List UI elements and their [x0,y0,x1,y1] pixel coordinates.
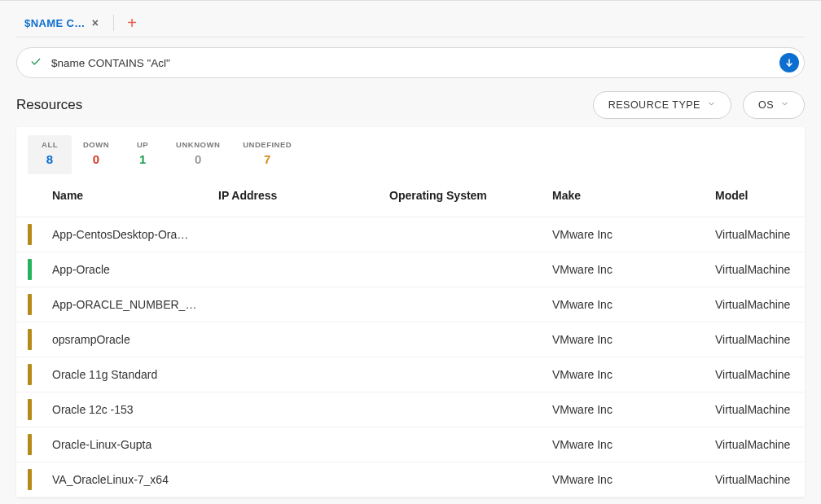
cell-make: VMware Inc [542,392,705,427]
cell-os [380,217,542,252]
cell-make: VMware Inc [542,217,705,252]
tabs-underline [16,37,805,37]
cell-make: VMware Inc [542,252,705,287]
resource-type-filter[interactable]: RESOURCE TYPE [593,91,731,119]
status-cell [16,462,52,497]
search-bar[interactable]: $name CONTAINS "Acl" [16,47,805,78]
status-cell [16,357,52,392]
close-icon[interactable]: × [92,17,99,28]
cell-ip [209,427,380,462]
status-tab-label: DOWN [83,140,109,149]
filter-pills: RESOURCE TYPE OS [593,91,805,119]
tab-divider [113,15,114,31]
status-tab-label: UP [132,140,153,149]
status-tab-count: 8 [39,152,60,166]
query-tab[interactable]: $NAME C… × [16,12,107,34]
table-row[interactable]: App-CentosDesktop-Ora…VMware IncVirtualM… [16,217,805,252]
cell-name: App-CentosDesktop-Ora… [52,217,209,252]
cell-name: opsrampOracle [52,322,209,357]
status-tab-count: 0 [176,152,220,166]
os-filter[interactable]: OS [743,91,805,119]
status-cell [16,392,52,427]
status-tab-label: UNKNOWN [176,140,220,149]
status-indicator-icon [28,224,32,245]
cell-model: VirtualMachine [705,252,805,287]
status-tab-all[interactable]: ALL8 [28,135,72,174]
cell-os [380,392,542,427]
cell-model: VirtualMachine [705,462,805,497]
cell-os [380,287,542,322]
cell-make: VMware Inc [542,357,705,392]
cell-name: VA_OracleLinux-7_x64 [52,462,209,497]
table-row[interactable]: App-OracleVMware IncVirtualMachine [16,252,805,287]
table-row[interactable]: Oracle 11g StandardVMware IncVirtualMach… [16,357,805,392]
cell-os [380,357,542,392]
col-os-header[interactable]: Operating System [380,174,542,217]
status-cell [16,217,52,252]
cell-model: VirtualMachine [705,392,805,427]
search-wrap: $name CONTAINS "Acl" [0,47,821,91]
cell-ip [209,357,380,392]
cell-make: VMware Inc [542,322,705,357]
status-indicator-icon [28,434,32,455]
col-ip-header[interactable]: IP Address [209,174,380,217]
cell-os [380,322,542,357]
resources-table: Name IP Address Operating System Make Mo… [16,174,805,497]
table-row[interactable]: App-ORACLE_NUMBER_…VMware IncVirtualMach… [16,287,805,322]
cell-ip [209,462,380,497]
cell-make: VMware Inc [542,287,705,322]
status-tab-undefined[interactable]: UNDEFINED7 [231,135,303,174]
chevron-down-icon [780,99,789,111]
cell-os [380,462,542,497]
cell-make: VMware Inc [542,427,705,462]
col-make-header[interactable]: Make [542,174,705,217]
cell-ip [209,322,380,357]
status-tab-up[interactable]: UP1 [121,135,165,174]
run-query-button[interactable] [779,53,799,72]
status-cell [16,252,52,287]
status-indicator-icon [28,399,32,420]
cell-os [380,427,542,462]
table-row[interactable]: VA_OracleLinux-7_x64VMware IncVirtualMac… [16,462,805,497]
cell-name: Oracle 12c -153 [52,392,209,427]
cell-make: VMware Inc [542,462,705,497]
status-tab-label: ALL [39,140,60,149]
status-indicator-icon [28,259,32,280]
check-icon [30,56,42,70]
cell-name: Oracle 11g Standard [52,357,209,392]
cell-ip [209,217,380,252]
cell-model: VirtualMachine [705,357,805,392]
resources-tbody: App-CentosDesktop-Ora…VMware IncVirtualM… [16,217,805,497]
resources-card: ALL8DOWN0UP1UNKNOWN0UNDEFINED7 Name IP A… [16,127,805,497]
cell-name: App-ORACLE_NUMBER_… [52,287,209,322]
status-tab-label: UNDEFINED [243,140,292,149]
query-tab-label: $NAME C… [24,17,86,29]
col-status-header [16,174,52,217]
status-tab-count: 0 [83,152,109,166]
col-model-header[interactable]: Model [705,174,805,217]
status-cell [16,287,52,322]
status-tabs: ALL8DOWN0UP1UNKNOWN0UNDEFINED7 [16,127,805,174]
status-cell [16,427,52,462]
status-indicator-icon [28,294,32,315]
status-indicator-icon [28,329,32,350]
cell-model: VirtualMachine [705,322,805,357]
cell-ip [209,392,380,427]
search-query-text: $name CONTAINS "Acl" [51,57,770,69]
add-tab-button[interactable]: + [121,15,143,31]
cell-ip [209,252,380,287]
cell-model: VirtualMachine [705,217,805,252]
page-title: Resources [16,97,82,113]
status-tab-count: 1 [132,152,153,166]
table-row[interactable]: Oracle-Linux-GuptaVMware IncVirtualMachi… [16,427,805,462]
section-header: Resources RESOURCE TYPE OS [0,91,821,127]
status-indicator-icon [28,469,32,490]
table-row[interactable]: Oracle 12c -153VMware IncVirtualMachine [16,392,805,427]
cell-ip [209,287,380,322]
cell-model: VirtualMachine [705,287,805,322]
status-tab-unknown[interactable]: UNKNOWN0 [165,135,231,174]
tabs-bar: $NAME C… × + [0,1,821,37]
table-row[interactable]: opsrampOracleVMware IncVirtualMachine [16,322,805,357]
status-tab-down[interactable]: DOWN0 [72,135,121,174]
col-name-header[interactable]: Name [52,174,209,217]
